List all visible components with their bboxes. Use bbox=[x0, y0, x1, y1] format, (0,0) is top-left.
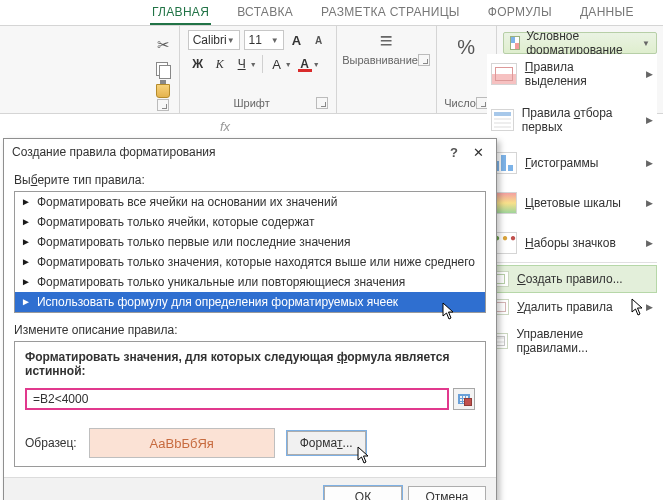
cf-item-label: Удалить правила bbox=[517, 300, 613, 314]
group-title-align: Выравнивание bbox=[342, 52, 418, 68]
group-font: Calibri ▼ 11 ▼ A A Ж К Ч ▼ A ▼ bbox=[180, 26, 337, 113]
font-size-select[interactable]: 11 ▼ bbox=[244, 30, 284, 50]
align-launcher-icon[interactable] bbox=[418, 54, 430, 66]
rule-type-text: Форматировать только ячейки, которые сод… bbox=[37, 215, 315, 229]
range-selector-icon bbox=[458, 394, 470, 404]
cf-manage-rules[interactable]: Управление правилами... bbox=[487, 321, 657, 361]
cf-data-bars[interactable]: Гистограммы ▶ bbox=[487, 146, 657, 180]
cf-top-bottom-rules[interactable]: Правила отбора первых ▶ bbox=[487, 100, 657, 140]
chevron-right-icon: ▶ bbox=[646, 69, 653, 79]
range-selector-button[interactable] bbox=[453, 388, 475, 410]
separator bbox=[262, 55, 263, 73]
cf-color-scales[interactable]: Цветовые шкалы ▶ bbox=[487, 186, 657, 220]
chevron-right-icon: ▶ bbox=[646, 115, 653, 125]
rule-type-text: Использовать формулу для определения фор… bbox=[37, 295, 398, 309]
rule-type-item[interactable]: ►Форматировать только уникальные или пов… bbox=[15, 272, 485, 292]
highlight-rules-icon bbox=[491, 63, 517, 85]
conditional-formatting-label: Условное форматирование bbox=[526, 29, 636, 57]
chevron-right-icon: ▶ bbox=[646, 198, 653, 208]
cf-icon-sets[interactable]: Наборы значков ▶ bbox=[487, 226, 657, 260]
conditional-formatting-button[interactable]: Условное форматирование ▼ bbox=[503, 32, 657, 54]
clipboard-launcher-icon[interactable] bbox=[157, 99, 169, 111]
alignment-icon[interactable]: ≡ bbox=[380, 30, 393, 52]
edit-rule-desc-label: Измените описание правила: bbox=[14, 323, 486, 337]
cf-item-label: Управление правилами... bbox=[516, 327, 653, 355]
rule-description-panel: Форматировать значения, для которых след… bbox=[14, 341, 486, 467]
dialog-title: Создание правила форматирования bbox=[12, 145, 216, 159]
rule-type-item[interactable]: ►Форматировать все ячейки на основании и… bbox=[15, 192, 485, 212]
rule-type-text: Форматировать все ячейки на основании их… bbox=[37, 195, 338, 209]
formula-value: =B2<4000 bbox=[33, 392, 88, 406]
cf-item-label: Создать правило... bbox=[517, 272, 623, 286]
italic-button[interactable]: К bbox=[210, 54, 230, 74]
cf-item-label: Гистограммы bbox=[525, 156, 598, 170]
font-color-bar bbox=[298, 69, 312, 72]
tab-formulas[interactable]: ФОРМУЛЫ bbox=[486, 1, 554, 25]
cf-item-label: Цветовые шкалы bbox=[525, 196, 621, 210]
group-alignment: ≡ Выравнивание bbox=[337, 26, 437, 113]
decrease-font-icon[interactable]: A bbox=[310, 30, 328, 50]
cursor-icon bbox=[357, 446, 373, 466]
font-color-button[interactable]: A bbox=[295, 54, 315, 74]
format-painter-icon[interactable] bbox=[156, 84, 170, 98]
conditional-formatting-icon bbox=[510, 36, 521, 50]
dialog-titlebar[interactable]: Создание правила форматирования ? ✕ bbox=[4, 139, 496, 165]
preview-label: Образец: bbox=[25, 436, 77, 450]
formula-bar: fx bbox=[0, 115, 500, 137]
cf-item-label: Наборы значков bbox=[525, 236, 616, 250]
tab-home[interactable]: ГЛАВНАЯ bbox=[150, 1, 211, 25]
cf-clear-rules[interactable]: Удалить правила ▶ bbox=[487, 293, 657, 321]
cf-highlight-rules[interactable]: Правила выделения ▶ bbox=[487, 54, 657, 94]
new-formatting-rule-dialog: Создание правила форматирования ? ✕ Выбе… bbox=[3, 138, 497, 500]
format-button[interactable]: Формат... bbox=[287, 431, 366, 455]
rule-type-item-selected[interactable]: ►Использовать формулу для определения фо… bbox=[15, 292, 485, 312]
group-clipboard: ✂ bbox=[148, 26, 180, 113]
group-title-number: Число bbox=[444, 95, 476, 111]
cf-item-label: Правила отбора первых bbox=[522, 106, 638, 134]
copy-icon[interactable] bbox=[156, 62, 170, 76]
chevron-right-icon: ▶ bbox=[646, 158, 653, 168]
tab-insert[interactable]: ВСТАВКА bbox=[235, 1, 295, 25]
rule-type-item[interactable]: ►Форматировать только первые или последн… bbox=[15, 232, 485, 252]
formula-input[interactable]: =B2<4000 bbox=[25, 388, 449, 410]
rule-type-list[interactable]: ►Форматировать все ячейки на основании и… bbox=[14, 191, 486, 313]
rule-type-text: Форматировать только значения, которые н… bbox=[37, 255, 475, 269]
percent-icon[interactable]: % bbox=[457, 30, 475, 59]
cf-item-label: Правила выделения bbox=[525, 60, 638, 88]
chevron-right-icon: ▶ bbox=[646, 302, 653, 312]
tab-layout[interactable]: РАЗМЕТКА СТРАНИЦЫ bbox=[319, 1, 462, 25]
chevron-down-icon: ▼ bbox=[271, 36, 279, 45]
cf-new-rule[interactable]: Создать правило... bbox=[487, 265, 657, 293]
rule-type-item[interactable]: ►Форматировать только ячейки, которые со… bbox=[15, 212, 485, 232]
select-rule-type-label: Выберите тип правила: bbox=[14, 173, 486, 187]
chevron-down-icon[interactable]: ▼ bbox=[250, 61, 258, 68]
chevron-right-icon: ▶ bbox=[646, 238, 653, 248]
underline-button[interactable]: Ч bbox=[232, 54, 252, 74]
close-button[interactable]: ✕ bbox=[466, 145, 490, 160]
cancel-button[interactable]: Отмена bbox=[408, 486, 486, 500]
font-name-select[interactable]: Calibri ▼ bbox=[188, 30, 240, 50]
group-title-font: Шрифт bbox=[188, 95, 316, 111]
formula-caption: Форматировать значения, для которых след… bbox=[25, 350, 475, 378]
conditional-formatting-menu: Правила выделения ▶ Правила отбора первы… bbox=[487, 54, 657, 361]
chevron-down-icon: ▼ bbox=[642, 39, 650, 48]
ok-button[interactable]: ОК bbox=[324, 486, 402, 500]
font-name-value: Calibri bbox=[193, 33, 227, 47]
format-preview: АаВbБбЯя bbox=[89, 428, 275, 458]
rule-type-text: Форматировать только уникальные или повт… bbox=[37, 275, 405, 289]
font-launcher-icon[interactable] bbox=[316, 97, 328, 109]
top-bottom-icon bbox=[491, 109, 514, 131]
help-button[interactable]: ? bbox=[442, 145, 466, 160]
fx-icon[interactable]: fx bbox=[220, 119, 230, 134]
tab-data[interactable]: ДАННЫЕ bbox=[578, 1, 636, 25]
increase-font-icon[interactable]: A bbox=[288, 30, 306, 50]
dialog-footer: ОК Отмена bbox=[4, 477, 496, 500]
font-size-value: 11 bbox=[249, 33, 262, 47]
cut-icon[interactable]: ✂ bbox=[157, 36, 170, 54]
fill-color-button[interactable]: A bbox=[267, 54, 287, 74]
chevron-down-icon: ▼ bbox=[227, 36, 235, 45]
rule-type-text: Форматировать только первые или последни… bbox=[37, 235, 351, 249]
rule-type-item[interactable]: ►Форматировать только значения, которые … bbox=[15, 252, 485, 272]
ribbon-tabs: ГЛАВНАЯ ВСТАВКА РАЗМЕТКА СТРАНИЦЫ ФОРМУЛ… bbox=[0, 0, 663, 26]
bold-button[interactable]: Ж bbox=[188, 54, 208, 74]
